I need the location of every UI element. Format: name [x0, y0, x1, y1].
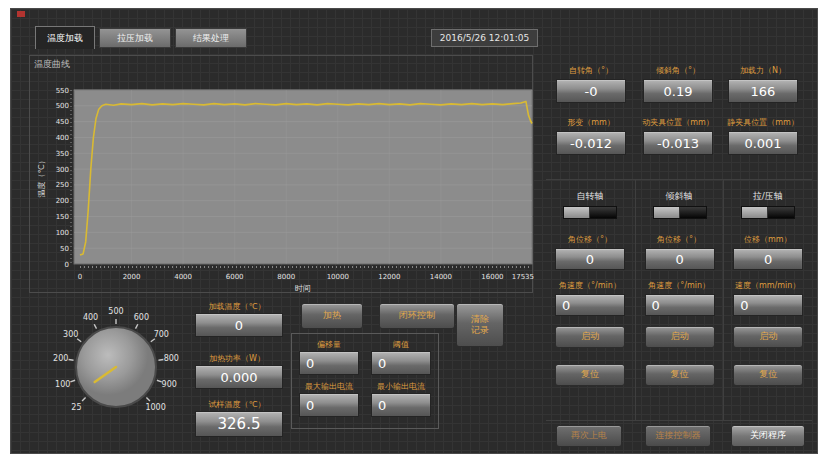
- close-program-label: 关闭程序: [750, 430, 786, 441]
- clock: 2016/5/26 12:01:05: [431, 29, 538, 47]
- readout-value-box: -0.013: [643, 131, 713, 155]
- start-button[interactable]: 启动: [645, 326, 715, 348]
- max-current-value: 0: [306, 398, 314, 413]
- toggle-knob: [742, 207, 768, 218]
- displacement-label: 角位移（°）: [546, 234, 634, 245]
- readout-label: 静夹具位置（mm）: [720, 117, 806, 128]
- toggle-knob: [654, 207, 680, 218]
- readout-label: 形变（mm）: [548, 117, 634, 128]
- heat-button-label: 加热: [323, 310, 341, 321]
- displacement-display: 0: [645, 248, 715, 270]
- clear-record-button[interactable]: 清除 记录: [456, 303, 504, 347]
- load-temp-label: 加载温度（℃）: [191, 301, 283, 312]
- svg-text:800: 800: [164, 354, 179, 363]
- sample-temp-label: 试样温度（℃）: [191, 399, 283, 410]
- sample-temp-value: 326.5: [218, 415, 261, 433]
- readout-deformation: 形变（mm） -0.012: [548, 117, 634, 155]
- svg-text:300: 300: [56, 166, 69, 174]
- threshold-value: 0: [378, 356, 386, 371]
- svg-text:12000: 12000: [378, 273, 400, 281]
- readout-load-force: 加载力（N） 166: [720, 65, 806, 103]
- close-program-button[interactable]: 关闭程序: [731, 425, 805, 447]
- tab-label: 拉压加载: [117, 32, 153, 45]
- svg-text:时间: 时间: [295, 284, 311, 293]
- reset-button[interactable]: 复位: [555, 364, 625, 386]
- svg-text:0: 0: [78, 273, 82, 281]
- sample-temp-display: 326.5: [195, 411, 283, 437]
- threshold-input[interactable]: 0: [371, 351, 431, 375]
- svg-text:200: 200: [56, 197, 69, 205]
- svg-text:17535: 17535: [512, 273, 534, 281]
- svg-text:400: 400: [56, 134, 69, 142]
- svg-text:300: 300: [63, 330, 78, 339]
- svg-text:900: 900: [162, 380, 177, 389]
- min-current-input[interactable]: 0: [371, 393, 431, 417]
- svg-text:700: 700: [154, 330, 169, 339]
- temperature-knob[interactable]: 251002003004005006007008009001000: [41, 299, 201, 444]
- offset-value: 0: [306, 356, 314, 371]
- svg-text:0: 0: [65, 261, 69, 269]
- offset-label: 偏移量: [299, 339, 359, 350]
- svg-text:450: 450: [56, 118, 69, 126]
- readout-value: 0.001: [744, 136, 781, 151]
- readout-value: -0.012: [570, 136, 612, 151]
- readout-value-box: -0.012: [556, 131, 626, 155]
- load-temp-input[interactable]: 0: [195, 313, 283, 337]
- offset-input[interactable]: 0: [299, 351, 359, 375]
- displacement-display: 0: [733, 248, 803, 270]
- chart-title: 温度曲线: [34, 58, 70, 71]
- readout-value-box: -0: [556, 79, 626, 103]
- readout-value-box: 0.001: [728, 131, 798, 155]
- svg-text:25: 25: [71, 403, 81, 412]
- tab-tension-compression[interactable]: 拉压加载: [99, 28, 171, 48]
- speed-input[interactable]: 0: [645, 294, 715, 316]
- readout-label: 倾斜角（°）: [635, 65, 721, 76]
- max-current-input[interactable]: 0: [299, 393, 359, 417]
- knob-dial: 251002003004005006007008009001000: [41, 299, 201, 444]
- svg-text:100: 100: [56, 229, 69, 237]
- reset-button[interactable]: 复位: [645, 364, 715, 386]
- svg-text:200: 200: [53, 354, 68, 363]
- readout-label: 动夹具位置（mm）: [635, 117, 721, 128]
- svg-text:250: 250: [56, 181, 69, 189]
- speed-value: 0: [652, 298, 660, 313]
- tab-result-processing[interactable]: 结果处理: [175, 28, 247, 48]
- axis-enable-toggle[interactable]: [653, 206, 707, 219]
- svg-text:温度（℃）: 温度（℃）: [37, 157, 46, 198]
- readout-label: 自转角（°）: [548, 65, 634, 76]
- start-button[interactable]: 启动: [733, 326, 803, 348]
- power-on-again-button[interactable]: 再次上电: [556, 425, 622, 447]
- readout-rotation-angle: 自转角（°） -0: [548, 65, 634, 103]
- closed-loop-button-label: 闭环控制: [399, 310, 435, 321]
- axis-enable-toggle[interactable]: [563, 206, 617, 219]
- readout-tilt-angle: 倾斜角（°） 0.19: [635, 65, 721, 103]
- svg-text:600: 600: [134, 313, 149, 322]
- axis-column-0: 自转轴 角位移（°） 0 角速度（°/min） 0 启动 复位: [546, 180, 634, 420]
- svg-text:10000: 10000: [327, 273, 349, 281]
- speed-input[interactable]: 0: [733, 294, 803, 316]
- closed-loop-button[interactable]: 闭环控制: [379, 303, 455, 329]
- tab-temperature-loading[interactable]: 温度加载: [35, 26, 95, 49]
- main-window: 温度加载 拉压加载 结果处理 2016/5/26 12:01:05 050100…: [10, 8, 818, 454]
- readout-value-box: 0.19: [643, 79, 713, 103]
- readout-value: 166: [751, 84, 776, 99]
- heat-button[interactable]: 加热: [301, 303, 363, 329]
- speed-input[interactable]: 0: [555, 294, 625, 316]
- displacement-value: 0: [764, 252, 772, 267]
- axis-title: 拉/压轴: [724, 190, 811, 203]
- axes-section: 自转轴 角位移（°） 0 角速度（°/min） 0 启动 复位倾斜轴 角位移（°…: [546, 179, 812, 421]
- start-button[interactable]: 启动: [555, 326, 625, 348]
- displacement-value: 0: [586, 252, 594, 267]
- min-current-label: 最小输出电流: [367, 381, 435, 392]
- readout-value: -0: [585, 84, 598, 99]
- axis-enable-toggle[interactable]: [741, 206, 795, 219]
- svg-text:50: 50: [60, 245, 69, 253]
- power-on-again-label: 再次上电: [571, 430, 607, 441]
- svg-text:500: 500: [108, 307, 123, 316]
- displacement-label: 角位移（°）: [636, 234, 723, 245]
- connect-controller-button[interactable]: 连接控制器: [645, 425, 711, 447]
- temperature-chart-plot: 0501001502002503003504004505005500200040…: [30, 56, 534, 294]
- readout-static-clamp-position: 静夹具位置（mm） 0.001: [720, 117, 806, 155]
- speed-value: 0: [740, 298, 748, 313]
- reset-button[interactable]: 复位: [733, 364, 803, 386]
